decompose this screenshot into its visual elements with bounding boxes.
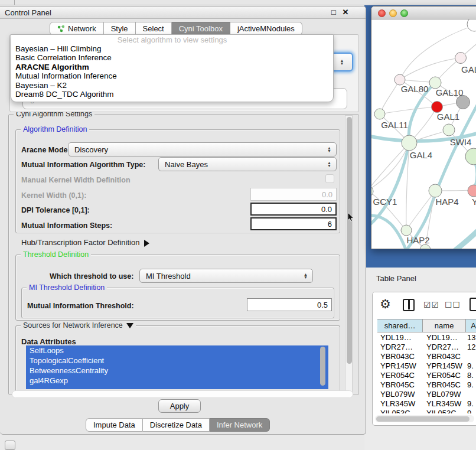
cell[interactable]: 9. xyxy=(467,380,476,390)
network-node-gal10[interactable] xyxy=(429,77,441,89)
tab-infer-network[interactable]: Infer Network xyxy=(210,418,270,432)
tab-jactivemnodules[interactable]: jActiveMNodules xyxy=(230,22,302,35)
control-panel-titlebar[interactable]: Control Panel □ ✕ xyxy=(0,6,366,19)
close-traffic-light[interactable] xyxy=(378,9,386,17)
attribute-betweennesscentrality[interactable]: BetweennessCentrality xyxy=(26,366,328,376)
table-row[interactable]: YER054CYER054C8. xyxy=(377,371,476,380)
apply-button[interactable]: Apply xyxy=(158,399,201,413)
network-node-gal[interactable] xyxy=(455,53,467,64)
cell[interactable]: YBR045C xyxy=(423,380,467,390)
select-all-checkboxes-icon[interactable]: ☑☑ xyxy=(423,300,439,309)
algorithm-option-dream8[interactable]: Dream8 DC_TDC Algorithm xyxy=(11,90,333,99)
cell[interactable]: 13 xyxy=(467,333,476,343)
settings-scrollbar[interactable] xyxy=(345,115,353,394)
tab-select[interactable]: Select xyxy=(136,22,172,35)
tab-cyni-toolbox[interactable]: Cyni Toolbox xyxy=(172,22,230,35)
attribute-selfloops[interactable]: SelfLoops xyxy=(26,345,328,356)
cell[interactable]: YBL079W xyxy=(377,390,423,399)
network-node-gal11[interactable] xyxy=(374,109,385,119)
cell[interactable]: YDR27… xyxy=(423,343,467,352)
column-header-shared-name[interactable]: shared… xyxy=(377,319,423,332)
partial-toolbar-icon[interactable] xyxy=(470,298,476,311)
algorithm-option-aracne[interactable]: ARACNE Algorithm xyxy=(11,63,333,71)
table-hscrollbar[interactable] xyxy=(375,415,474,422)
cell[interactable]: 12 xyxy=(467,343,476,352)
zoom-traffic-light[interactable] xyxy=(400,9,408,17)
minimized-panel-fragment[interactable] xyxy=(5,441,15,450)
tab-network[interactable]: Network xyxy=(50,22,104,35)
cell[interactable]: YDL19… xyxy=(377,333,423,343)
float-window-icon[interactable]: □ xyxy=(329,8,338,17)
network-node-hap4[interactable] xyxy=(429,184,442,197)
table-row[interactable]: YIL053CYIL053C9. xyxy=(377,409,476,413)
cell[interactable]: YDL19… xyxy=(423,333,467,343)
mi-algorithm-type-combobox[interactable]: Naive Bayes ▲▼ xyxy=(158,157,337,171)
algorithm-option-basic-correlation[interactable]: Basic Correlation Inference xyxy=(11,53,333,62)
cell[interactable] xyxy=(467,390,476,399)
cell[interactable]: YER054C xyxy=(423,371,467,380)
network-canvas[interactable]: GAL GAL80 GAL10 GAL1 GAL11 SWI4 GAL4 GCY… xyxy=(371,19,476,249)
gear-icon[interactable]: ⚙ xyxy=(380,297,391,311)
which-threshold-combobox[interactable]: MI Threshold ▲▼ xyxy=(139,269,313,283)
mi-steps-field[interactable]: 6 xyxy=(250,217,337,230)
cell[interactable]: 9. xyxy=(467,361,476,371)
network-graph[interactable]: GAL GAL80 GAL10 GAL1 GAL11 SWI4 GAL4 GCY… xyxy=(371,19,476,249)
tab-style[interactable]: Style xyxy=(104,22,136,35)
network-node[interactable] xyxy=(420,244,431,249)
table-hscrollbar-thumb[interactable] xyxy=(376,416,470,422)
column-header-partial[interactable]: A xyxy=(466,319,476,332)
algorithm-combobox-stepper[interactable]: ▲▼ xyxy=(331,53,353,71)
cell[interactable]: 8. xyxy=(467,371,476,380)
attribute-topologicalcoefficient[interactable]: TopologicalCoefficient xyxy=(26,356,328,366)
column-header-name[interactable]: name xyxy=(423,319,466,332)
settings-scrollbar-thumb[interactable] xyxy=(347,117,352,364)
aracne-mode-combobox[interactable]: Discovery ▲▼ xyxy=(68,142,337,156)
cell[interactable]: YLR345W xyxy=(423,399,467,409)
network-node-swi4[interactable] xyxy=(443,124,455,136)
network-node-hap2[interactable] xyxy=(401,225,412,236)
table-row[interactable]: YPR145WYPR145W9. xyxy=(377,361,476,371)
network-window-titlebar[interactable] xyxy=(371,6,476,19)
tab-discretize-data[interactable]: Discretize Data xyxy=(143,418,210,432)
table-body[interactable]: YDL19…YDL19…13 YDR27…YDR27…12 YBR043CYBR… xyxy=(377,333,476,413)
table-row[interactable]: YDR27…YDR27…12 xyxy=(377,343,476,352)
cell[interactable]: 9. xyxy=(467,409,476,413)
table-row[interactable]: YBR045CYBR045C9. xyxy=(377,380,476,390)
table-row[interactable]: YBR043CYBR043C xyxy=(377,352,476,361)
cell[interactable]: YPR145W xyxy=(377,361,423,371)
settings-hscroll-track[interactable] xyxy=(12,390,353,398)
cell[interactable]: 9. xyxy=(467,399,476,409)
manual-kernel-width-checkbox[interactable] xyxy=(325,174,334,183)
cell[interactable]: YLR345W xyxy=(377,399,423,409)
table-row[interactable]: YBL079WYBL079W xyxy=(377,390,476,399)
data-attributes-list[interactable]: SelfLoops TopologicalCoefficient Between… xyxy=(26,345,328,389)
deselect-all-checkboxes-icon[interactable]: ☐☐ xyxy=(445,300,461,309)
kernel-width-field[interactable]: 0.0 xyxy=(250,188,337,201)
minimize-traffic-light[interactable] xyxy=(389,9,397,17)
network-node[interactable] xyxy=(467,19,476,31)
cell[interactable]: YPR145W xyxy=(423,361,467,371)
network-node-gal4[interactable] xyxy=(402,135,417,151)
attributes-scrollbar-thumb[interactable] xyxy=(320,347,325,386)
network-view-window[interactable]: GAL GAL80 GAL10 GAL1 GAL11 SWI4 GAL4 GCY… xyxy=(371,6,476,249)
algorithm-option-bayesian-hill-climbing[interactable]: Bayesian – Hill Climbing xyxy=(11,44,333,53)
cell[interactable]: YBR043C xyxy=(423,352,467,361)
close-icon[interactable]: ✕ xyxy=(341,8,350,17)
column-visibility-icon[interactable] xyxy=(403,299,415,311)
dpi-tolerance-field[interactable]: 0.0 xyxy=(250,203,337,216)
table-row[interactable]: YDL19…YDL19…13 xyxy=(377,333,476,343)
mutual-information-threshold-field[interactable]: 0.5 xyxy=(247,298,332,311)
algorithm-option-mutual-information[interactable]: Mutual Information Inference xyxy=(11,71,333,80)
network-node-y[interactable] xyxy=(468,185,476,197)
cell[interactable]: YBL079W xyxy=(423,390,467,399)
hub-definition-toggle[interactable]: Hub/Transcription Factor Definition xyxy=(21,238,149,247)
cell[interactable]: YIL053C xyxy=(377,409,423,413)
cell[interactable]: YER054C xyxy=(377,371,423,380)
network-node-gal1[interactable] xyxy=(432,102,443,113)
tab-impute-data[interactable]: Impute Data xyxy=(86,418,143,432)
algorithm-option-bayesian-k2[interactable]: Bayesian – K2 xyxy=(11,81,333,90)
cell[interactable]: YDR27… xyxy=(377,343,423,352)
sources-toggle[interactable]: Sources for Network Inference xyxy=(21,321,136,330)
attribute-gal4rgexp[interactable]: gal4RGexp xyxy=(26,376,328,386)
table-row[interactable]: YLR345WYLR345W9. xyxy=(377,399,476,409)
